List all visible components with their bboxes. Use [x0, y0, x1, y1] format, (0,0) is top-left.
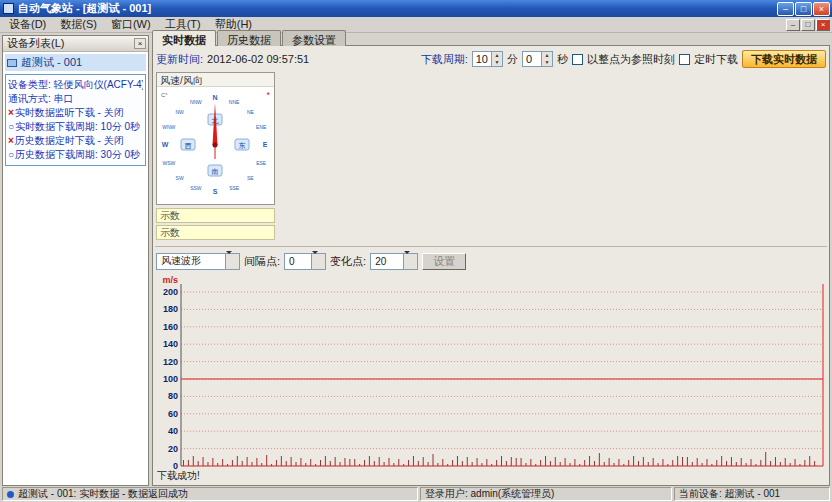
device-icon — [7, 59, 17, 67]
menu-device[interactable]: 设备(D) — [2, 16, 53, 33]
x-tick-mark — [486, 459, 487, 466]
x-tick-mark — [765, 452, 766, 466]
interval-select-value: 0 — [285, 256, 311, 267]
menu-window[interactable]: 窗口(W) — [104, 16, 158, 33]
x-tick-mark — [584, 460, 585, 466]
x-tick-mark — [579, 464, 580, 466]
x-tick-mark — [491, 464, 492, 466]
x-tick-mark — [525, 463, 526, 466]
x-tick-mark — [300, 458, 301, 466]
x-tick-mark — [618, 459, 619, 466]
reference-time-checkbox[interactable] — [572, 54, 583, 65]
x-tick-mark — [413, 456, 414, 466]
dropdown-arrow-icon[interactable] — [403, 254, 417, 269]
panel-close-icon[interactable]: × — [134, 38, 146, 49]
mdi-restore-button[interactable]: □ — [801, 19, 815, 31]
minimize-button[interactable]: – — [777, 2, 794, 16]
x-tick-mark — [795, 459, 796, 466]
ytick-label-120: 120 — [163, 357, 178, 367]
north-star-icon: * — [266, 90, 270, 100]
x-tick-mark — [457, 456, 458, 466]
dropdown-arrow-icon[interactable] — [311, 254, 325, 269]
x-tick-mark — [658, 463, 659, 466]
spin-down-icon[interactable]: ▼ — [542, 59, 552, 66]
x-tick-mark — [746, 463, 747, 466]
x-tick-mark — [760, 460, 761, 466]
x-tick-mark — [653, 458, 654, 466]
dropdown-arrow-icon[interactable] — [225, 254, 239, 269]
period-seconds-spinner[interactable]: 0 ▲▼ — [522, 51, 553, 67]
status-bar: 超测试 - 001: 实时数据 - 数据返回成功 登录用户: admin(系统管… — [0, 486, 832, 502]
spin-down-icon[interactable]: ▼ — [492, 59, 502, 66]
period-minutes-value: 10 — [473, 52, 491, 66]
tab-history-data[interactable]: 历史数据 — [217, 30, 281, 46]
interval-select[interactable]: 0 — [284, 253, 326, 270]
tab-parameter-settings[interactable]: 参数设置 — [282, 30, 346, 46]
ytick-label-60: 60 — [168, 409, 178, 419]
x-tick-mark — [550, 461, 551, 466]
spin-up-icon[interactable]: ▲ — [492, 52, 502, 59]
change-points-select[interactable]: 20 — [370, 253, 418, 270]
compass-dir-WSW: WSW — [162, 160, 175, 166]
x-tick-mark — [340, 462, 341, 466]
update-time-label: 更新时间: — [156, 52, 203, 67]
realtime-toolbar: 更新时间: 2012-06-02 09:57:51 下载周期: 10 ▲▼ 分 … — [156, 49, 826, 69]
compass-dir-NW: NW — [175, 109, 184, 115]
device-tree-item[interactable]: 超测试 - 001 — [5, 54, 146, 71]
wind-gauge-title: 风速/风向 — [157, 73, 274, 87]
x-tick-mark — [428, 462, 429, 466]
x-tick-mark — [594, 461, 595, 466]
x-tick-mark — [643, 457, 644, 466]
x-tick-mark — [188, 460, 189, 466]
x-tick-mark — [384, 462, 385, 466]
x-tick-mark — [452, 460, 453, 466]
inner-dir-label: 西 — [185, 142, 192, 150]
spin-up-icon[interactable]: ▲ — [542, 52, 552, 59]
x-tick-mark — [623, 464, 624, 466]
status-message: 超测试 - 001: 实时数据 - 数据返回成功 — [2, 487, 418, 501]
compass-dir-ESE: ESE — [256, 160, 267, 166]
x-tick-mark — [335, 457, 336, 466]
wind-compass: C°*NNNENEENEEESESESSESSSWSWWSWWWNWNWNNW北… — [157, 87, 274, 203]
mdi-minimize-button[interactable]: – — [786, 19, 800, 31]
x-tick-mark — [677, 456, 678, 466]
compass-dir-SSE: SSE — [229, 185, 240, 191]
mdi-close-button[interactable]: × — [816, 19, 830, 31]
maximize-button[interactable]: □ — [795, 2, 812, 16]
x-tick-mark — [721, 456, 722, 466]
device-info-box: 设备类型: 轻便风向仪(ACFY-4) 通讯方式: 串口 ×实时数据监听下载 -… — [5, 74, 146, 166]
compass-dir-SSW: SSW — [190, 185, 202, 191]
red-x-icon: × — [8, 135, 14, 146]
scheduled-download-checkbox[interactable] — [679, 54, 690, 65]
spinner-arrows: ▲▼ — [491, 52, 502, 66]
menu-data[interactable]: 数据(S) — [53, 16, 104, 33]
apply-settings-button[interactable]: 设置 — [422, 253, 466, 270]
x-tick-mark — [374, 461, 375, 466]
x-tick-mark — [731, 457, 732, 466]
download-realtime-button[interactable]: 下载实时数据 — [742, 50, 826, 68]
ytick-label-100: 100 — [163, 374, 178, 384]
x-tick-mark — [799, 464, 800, 466]
compass-dir-S: S — [213, 188, 218, 195]
x-tick-mark — [447, 464, 448, 466]
x-tick-mark — [672, 460, 673, 466]
x-tick-mark — [667, 464, 668, 466]
x-tick-mark — [741, 458, 742, 466]
ytick-label-40: 40 — [168, 426, 178, 436]
x-tick-mark — [589, 456, 590, 466]
tab-realtime-data[interactable]: 实时数据 — [152, 30, 216, 46]
x-tick-mark — [565, 458, 566, 466]
period-minutes-spinner[interactable]: 10 ▲▼ — [472, 51, 503, 67]
x-tick-mark — [398, 459, 399, 466]
x-tick-mark — [388, 458, 389, 466]
x-tick-mark — [692, 462, 693, 466]
x-tick-mark — [433, 454, 434, 466]
waveform-select[interactable]: 风速波形 — [156, 253, 240, 270]
close-button[interactable]: × — [813, 2, 830, 16]
x-tick-mark — [545, 456, 546, 466]
x-tick-mark — [222, 459, 223, 466]
x-tick-mark — [521, 458, 522, 466]
period-seconds-value: 0 — [523, 52, 541, 66]
x-tick-mark — [217, 463, 218, 466]
x-tick-mark — [770, 461, 771, 466]
